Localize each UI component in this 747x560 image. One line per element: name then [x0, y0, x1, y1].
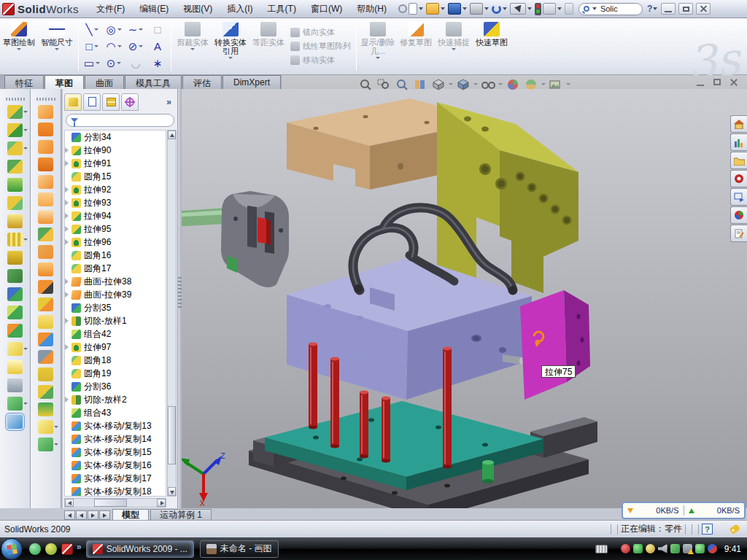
dropdown-arrow-icon[interactable]	[117, 62, 121, 64]
last-tab-button[interactable]	[99, 510, 110, 520]
lofted-surface-icon[interactable]	[38, 158, 53, 171]
configuration-manager-tab[interactable]	[102, 93, 120, 111]
view-orientation-icon[interactable]	[430, 77, 446, 91]
menu-item[interactable]: 视图(V)	[176, 1, 220, 18]
tree-item[interactable]: 曲面-拉伸39	[65, 288, 166, 301]
panel-overflow-chevron[interactable]: »	[166, 97, 176, 107]
tree-item[interactable]: 拉伸91	[65, 157, 166, 170]
custom-properties-tab[interactable]	[730, 225, 747, 242]
quick-launch-media-icon[interactable]	[45, 543, 57, 555]
dropdown-arrow-icon[interactable]	[117, 45, 122, 47]
dropdown-arrow-icon[interactable]	[541, 83, 546, 85]
replace-face-icon[interactable]	[38, 298, 53, 311]
menu-item[interactable]: 窗口(W)	[303, 1, 349, 18]
command-tab[interactable]: 模具工具	[125, 75, 182, 89]
command-tab[interactable]: 评估	[182, 75, 222, 89]
overflow-toolbar-icon[interactable]	[565, 3, 573, 15]
expand-arrow-icon[interactable]	[65, 213, 69, 219]
expand-arrow-icon[interactable]	[65, 187, 69, 192]
zoom-area-icon[interactable]	[376, 77, 392, 91]
dropdown-arrow-icon[interactable]	[228, 57, 233, 59]
tray-security-alert-icon[interactable]	[621, 544, 630, 553]
sketch-entity-button[interactable]: ╲	[81, 21, 103, 38]
zoom-fit-icon[interactable]	[357, 77, 374, 91]
restore-button[interactable]	[678, 3, 693, 15]
tree-item[interactable]: 圆角17	[65, 262, 166, 275]
dropdown-arrow-icon[interactable]	[23, 147, 28, 149]
close-button[interactable]	[696, 3, 711, 15]
toolbar-button[interactable]: 快速草图	[473, 18, 511, 74]
boundary-surface-icon[interactable]	[38, 175, 53, 189]
model-tab[interactable]: 运动算例 1	[150, 509, 212, 520]
language-bar-icon[interactable]	[595, 545, 608, 553]
display-style-icon[interactable]	[455, 77, 471, 91]
trim-surface-icon[interactable]	[38, 315, 53, 329]
tree-item[interactable]: 分割36	[65, 380, 166, 393]
tree-item[interactable]: 实体-移动/复制18	[65, 485, 166, 497]
scroll-up-button[interactable]	[168, 131, 176, 139]
tree-filter-input[interactable]	[66, 114, 174, 127]
new-dropdown-icon[interactable]	[419, 7, 423, 10]
tree-item[interactable]: 拉伸93	[65, 196, 166, 209]
expand-arrow-icon[interactable]	[65, 226, 69, 232]
scroll-thumb[interactable]	[94, 499, 127, 507]
flatten-surface-icon[interactable]	[38, 368, 53, 381]
planar-surface-icon[interactable]	[38, 192, 53, 206]
quick-tips-button[interactable]: ?	[702, 524, 713, 534]
dropdown-arrow-icon[interactable]	[139, 45, 143, 47]
chamfer-icon[interactable]	[7, 196, 23, 210]
expand-arrow-icon[interactable]	[65, 344, 69, 350]
extruded-surface-icon[interactable]	[38, 105, 53, 119]
open-dropdown-icon[interactable]	[441, 7, 445, 10]
open-icon[interactable]	[426, 3, 439, 15]
spline-icon[interactable]	[7, 397, 23, 411]
toolbar-button[interactable]: 转换实体引用	[212, 18, 249, 74]
dome-icon[interactable]	[38, 402, 53, 416]
dropdown-arrow-icon[interactable]	[23, 111, 28, 113]
tray-network-warning-icon[interactable]	[683, 544, 692, 553]
section-view-icon[interactable]	[412, 77, 428, 91]
save-icon[interactable]	[448, 3, 461, 15]
tree-vertical-scrollbar[interactable]	[167, 130, 177, 497]
rebuild-icon[interactable]	[535, 3, 541, 15]
mold-block[interactable]	[287, 257, 532, 400]
search-input[interactable]: Solic	[600, 4, 618, 13]
toolbar-button[interactable]: 草图绘制	[0, 18, 38, 74]
apply-scene-icon[interactable]	[523, 77, 539, 91]
move-copy-body-icon[interactable]	[7, 324, 23, 338]
quick-launch-messenger-icon[interactable]	[29, 543, 41, 555]
thicken-icon[interactable]	[38, 245, 53, 259]
expand-arrow-icon[interactable]	[65, 160, 69, 166]
dropdown-arrow-icon[interactable]	[23, 402, 28, 405]
tree-item[interactable]: 圆角18	[65, 354, 166, 367]
doc-minimize-button[interactable]	[694, 77, 708, 88]
fillet-surface-icon[interactable]	[38, 262, 53, 276]
dropdown-arrow-icon[interactable]	[96, 62, 100, 64]
tree-item[interactable]: 实体-移动/复制14	[65, 432, 166, 446]
tags-icon[interactable]	[729, 524, 741, 534]
sketch-entity-button[interactable]: □	[147, 21, 169, 38]
undo-dropdown-icon[interactable]	[503, 7, 507, 10]
draft-icon[interactable]	[7, 269, 23, 283]
toolbar-button[interactable]: 显示/删除几...	[359, 18, 397, 74]
save-dropdown-icon[interactable]	[462, 7, 467, 10]
scroll-left-button[interactable]	[65, 499, 74, 507]
menu-item[interactable]: 文件(F)	[89, 1, 132, 18]
expand-arrow-icon[interactable]	[65, 318, 69, 324]
menu-item[interactable]: 编辑(E)	[132, 1, 176, 18]
tree-item[interactable]: 组合42	[65, 327, 166, 341]
expand-arrow-icon[interactable]	[65, 279, 69, 284]
revolved-boss-icon[interactable]	[7, 178, 23, 192]
toolbar-button[interactable]: 镜向实体	[290, 27, 351, 38]
quick-launch-overflow[interactable]: »	[77, 542, 82, 552]
search-scope-dropdown-icon[interactable]	[592, 7, 597, 10]
sketch-entity-button[interactable]: □	[81, 38, 103, 55]
sketch-entity-button[interactable]: ∼	[125, 21, 147, 38]
knit-surface-icon[interactable]	[38, 350, 53, 364]
command-tab[interactable]: DimXpert	[222, 75, 281, 89]
toolbar-button[interactable]: 剪裁实体	[174, 18, 212, 74]
toolbar-button[interactable]: 修复草图	[397, 18, 435, 74]
dropdown-arrow-icon[interactable]	[94, 45, 98, 47]
minimize-button[interactable]	[661, 3, 676, 15]
sketch-entity-button[interactable]: ⊘	[125, 38, 147, 55]
